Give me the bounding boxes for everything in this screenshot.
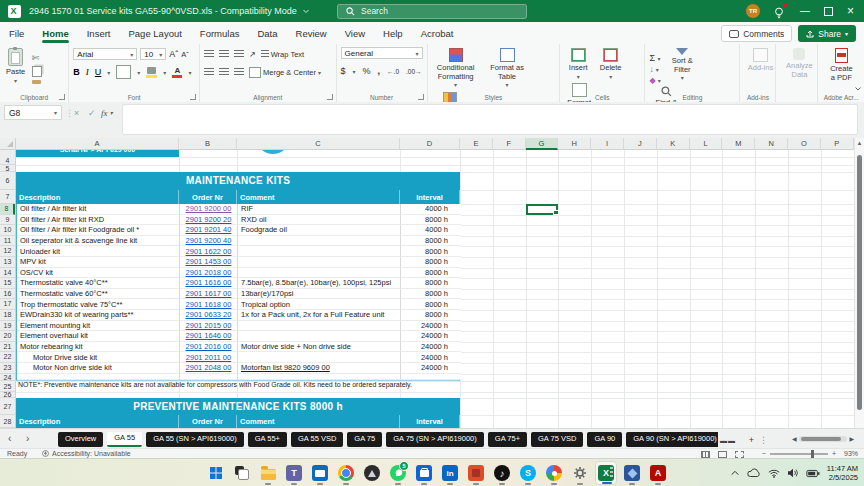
cell-description[interactable]: Oil filter / Air filter kit Foodgrade oi…: [17, 225, 180, 236]
note-text[interactable]: NOTE*: Preventive maintenance kits are n…: [18, 381, 412, 388]
ribbon-tab-data[interactable]: Data: [248, 23, 286, 44]
alignment-dialog-launcher[interactable]: [327, 94, 333, 100]
column-title-description[interactable]: Description: [16, 415, 179, 428]
cell-order-nr[interactable]: 2901 1618 00: [180, 299, 238, 310]
table-row[interactable]: Oil filter / Air filter kit Foodgrade oi…: [16, 225, 460, 236]
sheet-prev-icon[interactable]: ‹: [8, 433, 11, 444]
align-top-icon[interactable]: [204, 50, 214, 58]
cell-description[interactable]: MPV kit: [17, 257, 180, 268]
cell-order-nr[interactable]: 2901 1616 00: [180, 278, 238, 289]
order-nr-link[interactable]: 2901 9200 00: [186, 204, 232, 213]
column-header-H[interactable]: H: [558, 138, 591, 150]
ribbon-tab-acrobat[interactable]: Acrobat: [412, 23, 463, 44]
new-sheet-button[interactable]: +: [749, 435, 754, 445]
row-header-23[interactable]: 23: [0, 363, 15, 374]
clipboard-dialog-launcher[interactable]: [59, 94, 65, 100]
table-row[interactable]: Oil filter / Air filter kit RXD2901 9200…: [16, 215, 460, 226]
table-row[interactable]: Thermostatic valve 60°C**2901 1617 0013b…: [16, 289, 460, 300]
currency-button[interactable]: $: [341, 66, 346, 76]
column-header-N[interactable]: N: [755, 138, 788, 150]
cut-icon[interactable]: ✄: [32, 53, 42, 63]
table-row[interactable]: Element mounting kit2901 2015 0024000 h: [16, 321, 460, 332]
name-box[interactable]: G8▾: [4, 105, 62, 120]
file-explorer-button[interactable]: [257, 461, 279, 485]
conditional-formatting-button[interactable]: Conditional Formatting▾: [432, 47, 480, 91]
ribbon-tab-review[interactable]: Review: [287, 23, 336, 44]
row-header-18[interactable]: 18: [0, 310, 15, 321]
tabbar-splitter[interactable]: ⋮: [759, 435, 768, 445]
blue-app-button[interactable]: [621, 461, 643, 485]
cell-comment[interactable]: 13bar(e)/170psi: [238, 289, 401, 300]
sheet-tab-ga-90[interactable]: GA 90: [587, 432, 622, 447]
ribbon-tab-insert[interactable]: Insert: [78, 23, 120, 44]
column-title-order-nr[interactable]: Order Nr: [179, 190, 237, 204]
cell-comment[interactable]: 1x for a Pack unit, 2x for a Full Featur…: [238, 310, 401, 321]
table-row[interactable]: Oil seperator kit & scavenge line kit290…: [16, 236, 460, 247]
share-button[interactable]: Share ▾: [798, 25, 856, 42]
column-header-M[interactable]: M: [722, 138, 755, 150]
column-title-interval[interactable]: Interval: [400, 415, 460, 428]
fill-color-button[interactable]: [146, 67, 157, 78]
row-header-4[interactable]: 4: [0, 157, 15, 165]
title-chevron-icon[interactable]: [302, 7, 310, 15]
column-header-E[interactable]: E: [460, 138, 493, 150]
cell-comment[interactable]: [238, 352, 401, 363]
cell-description[interactable]: OS/CV kit: [17, 268, 180, 279]
volume-icon[interactable]: [787, 468, 799, 478]
format-painter-icon[interactable]: [32, 80, 41, 84]
tiktok-button[interactable]: ♪: [491, 461, 513, 485]
column-header-P[interactable]: P: [821, 138, 854, 150]
sheet-tab-ga-55-sn-api619000-[interactable]: GA 55 (SN > API619000): [146, 432, 244, 447]
italic-button[interactable]: I: [86, 67, 89, 77]
table-row[interactable]: EWDrain330 kit of wearing parts**2901 06…: [16, 310, 460, 321]
order-nr-link[interactable]: 2901 2016 00: [186, 342, 232, 351]
order-nr-link[interactable]: 2901 9201 40: [186, 225, 232, 234]
row-header-11[interactable]: 11: [0, 236, 15, 247]
cell-comment[interactable]: [238, 257, 401, 268]
column-title-order-nr[interactable]: Order Nr: [179, 415, 237, 428]
merge-center-button[interactable]: Merge & Center▾: [249, 67, 321, 78]
table-row[interactable]: Element overhaul kit2901 1646 0024000 h: [16, 331, 460, 342]
cell-order-nr[interactable]: 2901 2048 00: [180, 363, 238, 374]
cell-order-nr[interactable]: 2901 2015 00: [180, 321, 238, 332]
zoom-out-icon[interactable]: −: [762, 450, 766, 457]
order-nr-link[interactable]: 2901 2018 00: [186, 268, 232, 277]
vertical-scrollbar[interactable]: ▲: [854, 138, 864, 428]
page-break-view-icon[interactable]: [735, 451, 744, 458]
comma-button[interactable]: ,: [378, 66, 381, 76]
row-header-28[interactable]: 28: [0, 415, 15, 428]
sheet-tab-overview[interactable]: Overview: [58, 432, 103, 447]
cell-comment[interactable]: 7.5bar(e), 8.5bar(e), 10bar(e), 100psi, …: [238, 278, 401, 289]
sheet-next-icon[interactable]: ›: [26, 433, 29, 444]
cell-interval[interactable]: 8000 h: [401, 246, 461, 257]
increase-decimal-button[interactable]: ←.0: [387, 68, 399, 75]
maximize-button[interactable]: [824, 7, 833, 16]
cell-interval[interactable]: 8000 h: [401, 299, 461, 310]
ribbon-tab-file[interactable]: File: [0, 23, 33, 44]
cell-description[interactable]: Motor Non drive side kit: [17, 363, 180, 374]
row-header-6[interactable]: 6: [0, 172, 15, 190]
search-box[interactable]: Search: [337, 4, 527, 19]
cell-order-nr[interactable]: 2901 2018 00: [180, 268, 238, 279]
cell-interval[interactable]: 8000 h: [401, 215, 461, 226]
cell-order-nr[interactable]: 2901 1617 00: [180, 289, 238, 300]
clock[interactable]: 11:47 AM 2/5/2025: [827, 464, 858, 482]
table-row-empty[interactable]: [16, 374, 460, 381]
cell-order-nr[interactable]: 2901 1453 00: [180, 257, 238, 268]
font-size-select[interactable]: 10▾: [140, 48, 166, 60]
cell-comment[interactable]: [238, 321, 401, 332]
wrap-text-button[interactable]: Wrap Text: [261, 50, 305, 59]
order-nr-link[interactable]: 2901 1453 00: [186, 257, 232, 266]
cell-comment[interactable]: Foodgrade oil: [238, 225, 401, 236]
number-format-select[interactable]: General▾: [341, 47, 423, 59]
order-nr-link[interactable]: 2901 1618 00: [186, 300, 232, 309]
underline-button[interactable]: U: [95, 67, 102, 77]
cell-description[interactable]: Element mounting kit: [17, 321, 180, 332]
cell-comment[interactable]: [238, 268, 401, 279]
vertical-scroll-thumb[interactable]: [857, 155, 862, 410]
align-left-icon[interactable]: [204, 68, 214, 76]
avatar[interactable]: TR: [746, 4, 760, 18]
addins-button[interactable]: Add-ins: [744, 47, 776, 74]
sheet-tab-ga-55-vsd[interactable]: GA 55 VSD: [291, 432, 343, 447]
sheet-tab-ga-90-sn-api619000-[interactable]: GA 90 (SN > API619000): [626, 432, 718, 447]
